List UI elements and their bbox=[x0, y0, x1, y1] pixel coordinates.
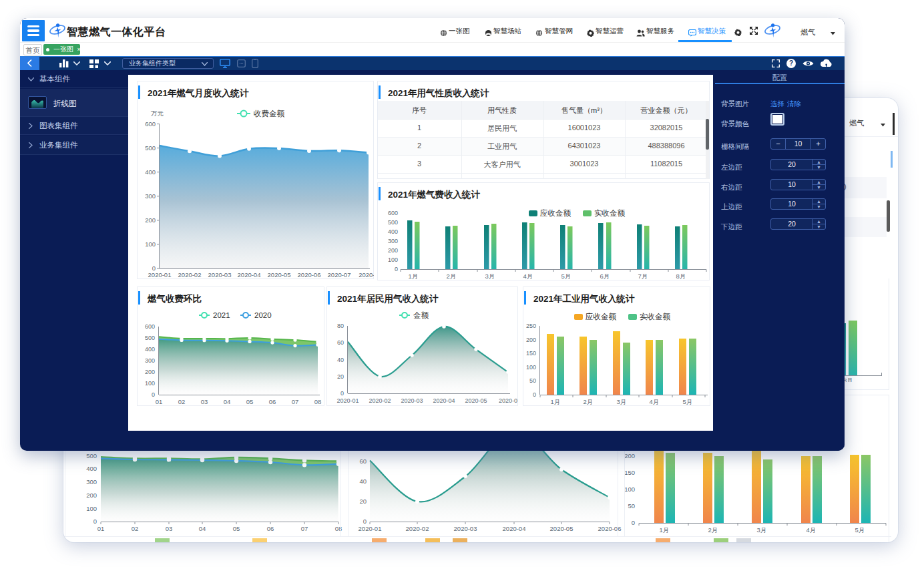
svg-text:4月: 4月 bbox=[806, 526, 817, 534]
svg-text:5月: 5月 bbox=[561, 272, 571, 280]
svg-text:300: 300 bbox=[145, 357, 155, 364]
svg-text:600: 600 bbox=[145, 120, 156, 128]
svg-text:8月: 8月 bbox=[676, 272, 686, 280]
svg-text:40: 40 bbox=[337, 357, 344, 363]
svg-text:02: 02 bbox=[132, 525, 139, 532]
svg-text:2020-01: 2020-01 bbox=[148, 271, 172, 278]
svg-text:08: 08 bbox=[314, 398, 322, 405]
svg-text:100: 100 bbox=[388, 256, 398, 263]
svg-text:2020-01: 2020-01 bbox=[336, 397, 359, 404]
svg-text:2020-01: 2020-01 bbox=[359, 525, 382, 532]
svg-text:03: 03 bbox=[201, 398, 208, 405]
svg-text:100: 100 bbox=[145, 240, 156, 248]
svg-text:5月: 5月 bbox=[683, 398, 693, 405]
svg-text:0: 0 bbox=[93, 518, 97, 525]
svg-text:04: 04 bbox=[199, 525, 206, 532]
svg-text:05: 05 bbox=[246, 398, 254, 405]
svg-text:6月: 6月 bbox=[600, 272, 610, 280]
svg-text:1月: 1月 bbox=[551, 398, 561, 405]
svg-text:03: 03 bbox=[166, 525, 173, 532]
svg-text:万元: 万元 bbox=[151, 110, 164, 117]
svg-text:8月: 8月 bbox=[843, 377, 853, 382]
svg-text:4月: 4月 bbox=[523, 272, 533, 280]
svg-text:2020: 2020 bbox=[254, 311, 272, 319]
svg-text:0: 0 bbox=[395, 266, 398, 272]
svg-text:3月: 3月 bbox=[485, 272, 495, 280]
svg-text:100: 100 bbox=[86, 505, 97, 512]
svg-text:500: 500 bbox=[388, 219, 398, 226]
svg-text:2020-0: 2020-0 bbox=[499, 397, 517, 404]
svg-text:02: 02 bbox=[178, 398, 186, 405]
svg-text:200: 200 bbox=[624, 452, 635, 459]
svg-text:实收金额: 实收金额 bbox=[640, 313, 671, 321]
svg-text:0: 0 bbox=[632, 519, 635, 526]
svg-text:2020-0: 2020-0 bbox=[359, 271, 374, 278]
svg-text:2020-05: 2020-05 bbox=[268, 271, 291, 278]
svg-text:60: 60 bbox=[337, 339, 344, 346]
svg-text:300: 300 bbox=[145, 192, 156, 200]
svg-text:100: 100 bbox=[145, 380, 155, 387]
svg-text:500: 500 bbox=[145, 144, 156, 152]
svg-text:2月: 2月 bbox=[584, 398, 594, 405]
svg-text:600: 600 bbox=[388, 210, 398, 216]
svg-text:07: 07 bbox=[292, 398, 299, 405]
svg-text:2020-07: 2020-07 bbox=[328, 271, 351, 278]
svg-text:2020-04: 2020-04 bbox=[503, 525, 526, 532]
svg-text:收费金额: 收费金额 bbox=[254, 110, 285, 118]
svg-text:2月: 2月 bbox=[447, 272, 457, 280]
svg-text:100: 100 bbox=[526, 364, 536, 371]
svg-text:150: 150 bbox=[624, 469, 635, 476]
svg-text:50: 50 bbox=[529, 377, 536, 384]
svg-text:150: 150 bbox=[526, 350, 536, 357]
svg-text:应收金额: 应收金额 bbox=[586, 313, 617, 321]
svg-text:0: 0 bbox=[533, 391, 536, 398]
svg-text:200: 200 bbox=[388, 247, 398, 254]
svg-text:实收金额: 实收金额 bbox=[594, 209, 626, 217]
svg-text:2020-02: 2020-02 bbox=[369, 397, 391, 404]
svg-text:200: 200 bbox=[526, 337, 536, 343]
svg-text:7月: 7月 bbox=[638, 272, 648, 280]
svg-text:80: 80 bbox=[337, 323, 344, 329]
svg-text:400: 400 bbox=[86, 465, 97, 472]
svg-text:300: 300 bbox=[86, 478, 97, 486]
svg-text:400: 400 bbox=[388, 228, 398, 235]
svg-text:5月: 5月 bbox=[855, 526, 865, 534]
svg-text:1月: 1月 bbox=[409, 272, 419, 280]
svg-text:01: 01 bbox=[156, 398, 163, 405]
svg-text:应收金额: 应收金额 bbox=[540, 209, 571, 217]
svg-text:2020-02: 2020-02 bbox=[178, 271, 202, 278]
svg-text:20: 20 bbox=[337, 373, 344, 380]
svg-text:2020-05: 2020-05 bbox=[465, 397, 487, 404]
svg-text:300: 300 bbox=[388, 238, 398, 244]
svg-text:200: 200 bbox=[145, 216, 156, 224]
svg-text:0: 0 bbox=[363, 518, 367, 525]
svg-text:500: 500 bbox=[145, 335, 155, 341]
svg-text:06: 06 bbox=[269, 398, 276, 405]
svg-text:0: 0 bbox=[340, 390, 344, 397]
svg-text:50: 50 bbox=[628, 502, 635, 510]
svg-text:400: 400 bbox=[145, 168, 156, 176]
svg-text:2020-04: 2020-04 bbox=[238, 271, 261, 278]
svg-text:05: 05 bbox=[233, 525, 240, 532]
svg-text:600: 600 bbox=[145, 323, 155, 330]
svg-text:2020-05: 2020-05 bbox=[550, 525, 573, 532]
svg-text:07: 07 bbox=[301, 525, 308, 532]
svg-text:3月: 3月 bbox=[757, 526, 767, 534]
svg-text:40: 40 bbox=[359, 477, 367, 485]
svg-text:200: 200 bbox=[145, 369, 155, 375]
svg-text:100: 100 bbox=[624, 486, 635, 493]
svg-text:2020-04: 2020-04 bbox=[433, 397, 455, 404]
svg-text:2020-03: 2020-03 bbox=[454, 525, 477, 532]
svg-text:3月: 3月 bbox=[617, 398, 627, 405]
svg-text:2021: 2021 bbox=[213, 311, 230, 319]
svg-text:60: 60 bbox=[359, 457, 367, 465]
svg-text:2020-03: 2020-03 bbox=[208, 271, 232, 278]
svg-text:20: 20 bbox=[359, 498, 367, 505]
svg-text:250: 250 bbox=[526, 323, 536, 329]
svg-text:200: 200 bbox=[86, 492, 97, 499]
svg-text:0: 0 bbox=[152, 391, 155, 398]
svg-text:06: 06 bbox=[267, 525, 274, 532]
svg-text:1月: 1月 bbox=[660, 526, 670, 534]
svg-text:2020-06: 2020-06 bbox=[298, 271, 321, 278]
svg-text:04: 04 bbox=[224, 398, 231, 405]
